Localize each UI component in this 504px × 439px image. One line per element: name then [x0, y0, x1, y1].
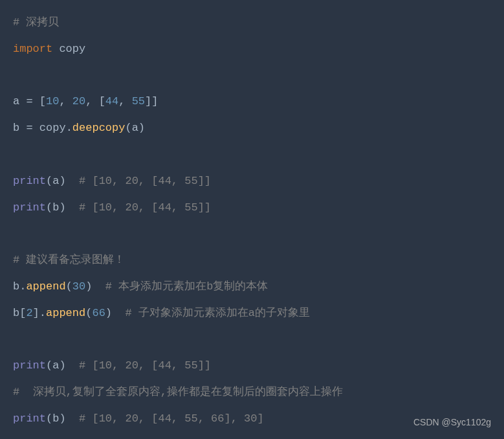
code-line-12: b[2].append(66) # 子对象添加元素添加在a的子对象里	[13, 300, 491, 327]
op-eq: =	[26, 122, 39, 134]
bracket: [	[99, 95, 105, 107]
comment: # 深拷贝	[13, 16, 59, 28]
paren: (	[46, 359, 52, 372]
bracket: [	[19, 307, 26, 319]
code-line-13	[13, 327, 491, 354]
paren: (	[46, 201, 52, 214]
bracket: ]]	[145, 95, 158, 107]
arg: b	[52, 201, 59, 214]
var-a: a	[13, 95, 26, 107]
dot: .	[39, 307, 46, 319]
paren: )	[59, 412, 65, 425]
builtin-print: print	[13, 412, 46, 425]
comment: # [10, 20, [44, 55, 66], 30]	[66, 412, 264, 425]
comment: # 深拷贝,复制了全套原内容,操作都是在复制后的圈套内容上操作	[13, 386, 343, 398]
number: 20	[72, 95, 85, 107]
paren: (	[46, 412, 52, 425]
code-line-4: a = [10, 20, [44, 55]]	[13, 89, 491, 115]
comment: # [10, 20, [44, 55]]	[66, 201, 211, 214]
paren: (	[46, 175, 52, 187]
code-line-15: # 深拷贝,复制了全套原内容,操作都是在复制后的圈套内容上操作	[13, 379, 491, 406]
var-b: b	[13, 280, 19, 293]
module-name: copy	[52, 43, 85, 55]
paren: (	[85, 307, 92, 319]
module: copy	[39, 122, 66, 134]
code-editor: # 深拷贝 import copy a = [10, 20, [44, 55]]…	[13, 10, 491, 433]
comma: ,	[118, 95, 131, 107]
dot: .	[19, 280, 26, 293]
keyword-import: import	[13, 43, 52, 55]
arg: a	[52, 175, 59, 187]
paren: )	[59, 175, 65, 187]
var-b: b	[13, 122, 26, 134]
func-deepcopy: deepcopy	[72, 122, 126, 134]
number: 66	[92, 307, 105, 319]
builtin-print: print	[13, 175, 46, 187]
code-line-11: b.append(30) # 本身添加元素加在b复制的本体	[13, 274, 491, 300]
arg: b	[52, 412, 59, 425]
comma: ,	[59, 95, 72, 107]
code-line-3	[13, 63, 491, 89]
code-line-14: print(a) # [10, 20, [44, 55]]	[13, 353, 491, 379]
code-line-5: b = copy.deepcopy(a)	[13, 115, 491, 142]
code-line-1: # 深拷贝	[13, 10, 491, 36]
comma: ,	[85, 95, 98, 107]
code-line-8: print(b) # [10, 20, [44, 55]]	[13, 195, 491, 221]
code-line-7: print(a) # [10, 20, [44, 55]]	[13, 168, 491, 195]
arg: a	[132, 122, 138, 134]
var-b: b	[13, 307, 19, 319]
index: 2	[26, 307, 32, 319]
number: 44	[105, 95, 118, 107]
comment: # [10, 20, [44, 55]]	[66, 175, 211, 187]
paren: )	[105, 307, 112, 319]
code-line-9	[13, 221, 491, 247]
comment: # 建议看备忘录图解！	[13, 254, 125, 266]
code-line-6	[13, 142, 491, 168]
code-line-10: # 建议看备忘录图解！	[13, 247, 491, 274]
builtin-print: print	[13, 359, 46, 372]
paren: )	[59, 201, 65, 214]
paren: )	[59, 359, 65, 372]
arg: a	[52, 359, 59, 372]
dot: .	[66, 122, 72, 134]
paren: (	[66, 280, 72, 293]
paren: (	[125, 122, 131, 134]
bracket: ]	[33, 307, 39, 319]
func-append: append	[26, 280, 65, 293]
number: 30	[72, 280, 85, 293]
op-eq: =	[26, 95, 39, 107]
number: 55	[132, 95, 145, 107]
paren: )	[85, 280, 92, 293]
watermark: CSDN @Syc1102g	[413, 412, 491, 434]
comment: # 本身添加元素加在b复制的本体	[92, 280, 268, 293]
func-append: append	[46, 307, 85, 319]
comment: # 子对象添加元素添加在a的子对象里	[112, 307, 310, 319]
bracket: [	[39, 95, 46, 107]
paren: )	[138, 122, 145, 134]
code-line-2: import copy	[13, 36, 491, 63]
comment: # [10, 20, [44, 55]]	[66, 359, 211, 372]
builtin-print: print	[13, 201, 46, 214]
number: 10	[46, 95, 59, 107]
